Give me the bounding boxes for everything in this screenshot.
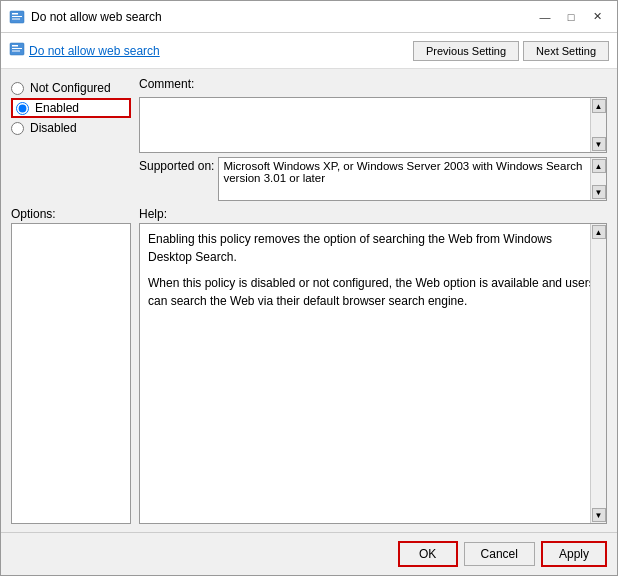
help-scroll-up[interactable]: ▲ <box>592 225 606 239</box>
supported-scrollbar: ▲ ▼ <box>590 158 606 200</box>
scroll-down-arrow[interactable]: ▼ <box>592 137 606 151</box>
help-text-content: Enabling this policy removes the option … <box>140 224 606 316</box>
enabled-radio[interactable] <box>16 102 29 115</box>
help-panel: Help: Enabling this policy removes the o… <box>139 207 607 524</box>
disabled-radio[interactable] <box>11 122 24 135</box>
radio-group: Not Configured Enabled Disabled <box>11 77 131 139</box>
policy-link[interactable]: Do not allow web search <box>9 41 160 60</box>
comment-label: Comment: <box>139 77 607 91</box>
right-panel: Comment: ▲ ▼ Supported on: Microsoft Win… <box>139 77 607 201</box>
titlebar-controls: — □ ✕ <box>533 6 609 28</box>
help-label: Help: <box>139 207 607 221</box>
previous-setting-button[interactable]: Previous Setting <box>413 41 519 61</box>
supported-text: Microsoft Windows XP, or Windows Server … <box>223 160 582 184</box>
options-label: Options: <box>11 207 131 221</box>
enabled-option[interactable]: Enabled <box>11 98 131 118</box>
svg-rect-3 <box>12 18 20 19</box>
footer: OK Cancel Apply <box>1 532 617 575</box>
top-section: Not Configured Enabled Disabled Comment: <box>11 77 607 201</box>
help-text-1: Enabling this policy removes the option … <box>148 230 598 266</box>
comment-scrollbar: ▲ ▼ <box>590 98 606 152</box>
help-text-2: When this policy is disabled or not conf… <box>148 274 598 310</box>
apply-button[interactable]: Apply <box>541 541 607 567</box>
svg-rect-2 <box>12 16 22 17</box>
titlebar: Do not allow web search — □ ✕ <box>1 1 617 33</box>
svg-rect-5 <box>12 45 18 47</box>
options-box <box>11 223 131 524</box>
policy-link-text: Do not allow web search <box>29 44 160 58</box>
not-configured-radio[interactable] <box>11 82 24 95</box>
left-panel: Not Configured Enabled Disabled <box>11 77 131 201</box>
cancel-button[interactable]: Cancel <box>464 542 535 566</box>
supported-scroll-up[interactable]: ▲ <box>592 159 606 173</box>
scroll-up-arrow[interactable]: ▲ <box>592 99 606 113</box>
help-scrollbar: ▲ ▼ <box>590 224 606 523</box>
window-title: Do not allow web search <box>31 10 162 24</box>
enabled-label: Enabled <box>35 101 79 115</box>
maximize-button[interactable]: □ <box>559 6 583 28</box>
next-setting-button[interactable]: Next Setting <box>523 41 609 61</box>
ok-button[interactable]: OK <box>398 541 458 567</box>
options-panel: Options: <box>11 207 131 524</box>
supported-scroll-down[interactable]: ▼ <box>592 185 606 199</box>
content-area: Not Configured Enabled Disabled Comment: <box>1 69 617 532</box>
nav-buttons: Previous Setting Next Setting <box>413 41 609 61</box>
svg-rect-6 <box>12 48 22 49</box>
comment-box[interactable]: ▲ ▼ <box>139 97 607 153</box>
not-configured-label: Not Configured <box>30 81 111 95</box>
supported-box: Microsoft Windows XP, or Windows Server … <box>218 157 607 201</box>
not-configured-option[interactable]: Not Configured <box>11 81 131 95</box>
supported-label: Supported on: <box>139 157 214 173</box>
svg-rect-1 <box>12 13 18 15</box>
supported-section: Supported on: Microsoft Windows XP, or W… <box>139 157 607 201</box>
disabled-label: Disabled <box>30 121 77 135</box>
disabled-option[interactable]: Disabled <box>11 121 131 135</box>
lower-section: Options: Help: Enabling this policy remo… <box>11 207 607 524</box>
dialog-header: Do not allow web search Previous Setting… <box>1 33 617 69</box>
help-box: Enabling this policy removes the option … <box>139 223 607 524</box>
titlebar-left: Do not allow web search <box>9 9 162 25</box>
dialog-window: Do not allow web search — □ ✕ Do not all… <box>0 0 618 576</box>
policy-icon <box>9 9 25 25</box>
link-icon <box>9 41 25 60</box>
help-scroll-down[interactable]: ▼ <box>592 508 606 522</box>
close-button[interactable]: ✕ <box>585 6 609 28</box>
minimize-button[interactable]: — <box>533 6 557 28</box>
svg-rect-7 <box>12 51 20 52</box>
